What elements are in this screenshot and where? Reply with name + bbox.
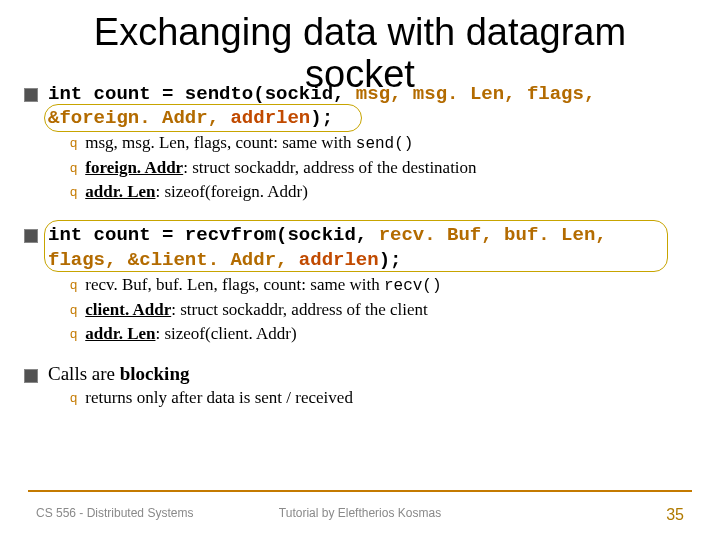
sub-text: returns only after data is sent / receiv… xyxy=(85,387,353,409)
recvfrom-code: int count = recvfrom(sockid, recv. Buf, … xyxy=(48,223,692,272)
recvfrom-sublist: q recv. Buf, buf. Len, flags, count: sam… xyxy=(70,274,692,345)
sub-item: q foreign. Addr: struct sockaddr, addres… xyxy=(70,157,692,179)
code-params: msg, msg. Len, flags, xyxy=(356,83,595,105)
sub-item: q addr. Len: sizeof(foreign. Addr) xyxy=(70,181,692,203)
blocking-text: Calls are blocking xyxy=(48,363,189,385)
code-params: addrlen xyxy=(230,107,310,129)
sub-text: msg, msg. Len, flags, count: same with s… xyxy=(85,132,413,155)
q-bullet-icon: q xyxy=(70,160,77,177)
blocking-sublist: q returns only after data is sent / rece… xyxy=(70,387,692,409)
sub-text: client. Addr: struct sockaddr, address o… xyxy=(85,299,428,321)
code-params: &foreign. Addr, xyxy=(48,107,230,129)
code-params: &client. Addr, xyxy=(128,249,299,271)
sub-text: recv. Buf, buf. Len, flags, count: same … xyxy=(85,274,441,297)
footer: CS 556 - Distributed Systems Tutorial by… xyxy=(0,506,720,524)
sub-item: q returns only after data is sent / rece… xyxy=(70,387,692,409)
code-params: flags, xyxy=(48,249,128,271)
sub-item: q msg, msg. Len, flags, count: same with… xyxy=(70,132,692,155)
sendto-block: int count = sendto(sockid, msg, msg. Len… xyxy=(24,82,692,131)
q-bullet-icon: q xyxy=(70,390,77,407)
q-bullet-icon: q xyxy=(70,302,77,319)
q-bullet-icon: q xyxy=(70,277,77,294)
code-params: recv. Buf, buf. Len, xyxy=(379,224,607,246)
blocking-block: Calls are blocking xyxy=(24,363,692,385)
sub-text: foreign. Addr: struct sockaddr, address … xyxy=(85,157,476,179)
sub-item: q client. Addr: struct sockaddr, address… xyxy=(70,299,692,321)
recvfrom-block: int count = recvfrom(sockid, recv. Buf, … xyxy=(24,223,692,272)
square-bullet-icon xyxy=(24,88,38,102)
sub-item: q recv. Buf, buf. Len, flags, count: sam… xyxy=(70,274,692,297)
code-text: int count = recvfrom(sockid, xyxy=(48,224,379,246)
code-text: ); xyxy=(379,249,402,271)
title-line-1: Exchanging data with datagram xyxy=(94,11,626,53)
square-bullet-icon xyxy=(24,229,38,243)
footer-center: Tutorial by Eleftherios Kosmas xyxy=(0,506,720,520)
sendto-code: int count = sendto(sockid, msg, msg. Len… xyxy=(48,82,692,131)
divider xyxy=(28,490,692,492)
code-text: int count = sendto(sockid, xyxy=(48,83,356,105)
sendto-sublist: q msg, msg. Len, flags, count: same with… xyxy=(70,132,692,203)
sub-text: addr. Len: sizeof(foreign. Addr) xyxy=(85,181,308,203)
sub-text: addr. Len: sizeof(client. Addr) xyxy=(85,323,296,345)
q-bullet-icon: q xyxy=(70,326,77,343)
q-bullet-icon: q xyxy=(70,135,77,152)
square-bullet-icon xyxy=(24,369,38,383)
code-text: ); xyxy=(310,107,333,129)
sub-item: q addr. Len: sizeof(client. Addr) xyxy=(70,323,692,345)
code-params: addrlen xyxy=(299,249,379,271)
slide-content: int count = sendto(sockid, msg, msg. Len… xyxy=(0,82,720,409)
q-bullet-icon: q xyxy=(70,184,77,201)
